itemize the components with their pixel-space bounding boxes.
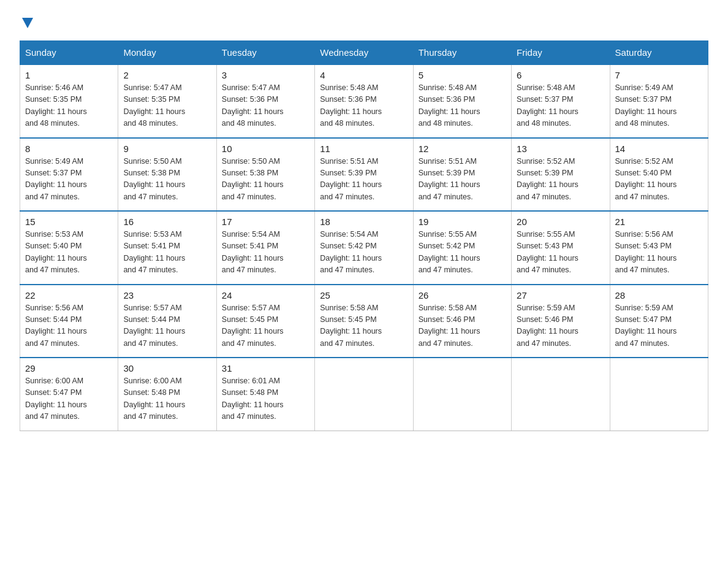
calendar-week-row: 8 Sunrise: 5:49 AM Sunset: 5:37 PM Dayli…	[20, 138, 708, 212]
day-info: Sunrise: 6:00 AM Sunset: 5:47 PM Dayligh…	[25, 375, 113, 423]
day-number: 7	[615, 70, 703, 80]
day-number: 14	[615, 144, 703, 154]
calendar-cell: 22 Sunrise: 5:56 AM Sunset: 5:44 PM Dayl…	[20, 285, 118, 358]
calendar-header-friday: Friday	[512, 41, 610, 65]
day-info: Sunrise: 5:59 AM Sunset: 5:47 PM Dayligh…	[615, 302, 703, 350]
day-info: Sunrise: 5:46 AM Sunset: 5:35 PM Dayligh…	[25, 82, 113, 130]
calendar-cell: 13 Sunrise: 5:52 AM Sunset: 5:39 PM Dayl…	[512, 138, 610, 212]
calendar-cell: 7 Sunrise: 5:49 AM Sunset: 5:37 PM Dayli…	[610, 64, 708, 138]
calendar-cell	[315, 358, 413, 431]
day-info: Sunrise: 5:47 AM Sunset: 5:35 PM Dayligh…	[123, 82, 211, 130]
logo-arrow-icon	[21, 16, 34, 29]
day-info: Sunrise: 5:48 AM Sunset: 5:36 PM Dayligh…	[320, 82, 408, 130]
day-number: 29	[25, 363, 113, 373]
day-info: Sunrise: 5:53 AM Sunset: 5:40 PM Dayligh…	[25, 229, 113, 277]
calendar-header-wednesday: Wednesday	[315, 41, 413, 65]
calendar-cell: 17 Sunrise: 5:54 AM Sunset: 5:41 PM Dayl…	[216, 211, 314, 285]
calendar-cell: 2 Sunrise: 5:47 AM Sunset: 5:35 PM Dayli…	[118, 64, 216, 138]
day-number: 21	[615, 216, 703, 227]
day-info: Sunrise: 5:56 AM Sunset: 5:43 PM Dayligh…	[615, 229, 703, 277]
calendar-cell: 24 Sunrise: 5:57 AM Sunset: 5:45 PM Dayl…	[216, 285, 314, 358]
calendar-cell: 25 Sunrise: 5:58 AM Sunset: 5:45 PM Dayl…	[315, 285, 413, 358]
day-number: 27	[517, 290, 604, 301]
day-info: Sunrise: 5:53 AM Sunset: 5:41 PM Dayligh…	[123, 229, 211, 277]
day-info: Sunrise: 5:55 AM Sunset: 5:43 PM Dayligh…	[517, 229, 604, 277]
calendar-cell: 8 Sunrise: 5:49 AM Sunset: 5:37 PM Dayli…	[20, 138, 118, 212]
day-info: Sunrise: 5:55 AM Sunset: 5:42 PM Dayligh…	[419, 229, 506, 277]
day-number: 3	[222, 70, 309, 80]
day-info: Sunrise: 5:50 AM Sunset: 5:38 PM Dayligh…	[222, 156, 309, 204]
day-info: Sunrise: 5:58 AM Sunset: 5:46 PM Dayligh…	[419, 302, 506, 350]
calendar-cell: 26 Sunrise: 5:58 AM Sunset: 5:46 PM Dayl…	[413, 285, 511, 358]
calendar-week-row: 29 Sunrise: 6:00 AM Sunset: 5:47 PM Dayl…	[20, 358, 708, 431]
calendar-cell	[512, 358, 610, 431]
calendar-header-tuesday: Tuesday	[216, 41, 314, 65]
day-number: 17	[222, 216, 309, 227]
calendar-cell: 30 Sunrise: 6:00 AM Sunset: 5:48 PM Dayl…	[118, 358, 216, 431]
calendar-cell: 3 Sunrise: 5:47 AM Sunset: 5:36 PM Dayli…	[216, 64, 314, 138]
day-info: Sunrise: 6:00 AM Sunset: 5:48 PM Dayligh…	[123, 375, 211, 423]
calendar-cell: 18 Sunrise: 5:54 AM Sunset: 5:42 PM Dayl…	[315, 211, 413, 285]
day-info: Sunrise: 5:48 AM Sunset: 5:36 PM Dayligh…	[419, 82, 506, 130]
day-number: 11	[320, 144, 408, 154]
day-info: Sunrise: 6:01 AM Sunset: 5:48 PM Dayligh…	[222, 375, 309, 423]
calendar-cell: 19 Sunrise: 5:55 AM Sunset: 5:42 PM Dayl…	[413, 211, 511, 285]
calendar-cell	[610, 358, 708, 431]
day-number: 26	[419, 290, 506, 301]
day-number: 20	[517, 216, 604, 227]
logo	[20, 15, 34, 28]
calendar-table: SundayMondayTuesdayWednesdayThursdayFrid…	[20, 40, 708, 431]
calendar-cell: 21 Sunrise: 5:56 AM Sunset: 5:43 PM Dayl…	[610, 211, 708, 285]
calendar-cell	[413, 358, 511, 431]
day-number: 22	[25, 290, 113, 301]
calendar-cell: 11 Sunrise: 5:51 AM Sunset: 5:39 PM Dayl…	[315, 138, 413, 212]
day-number: 25	[320, 290, 408, 301]
day-info: Sunrise: 5:58 AM Sunset: 5:45 PM Dayligh…	[320, 302, 408, 350]
calendar-cell: 5 Sunrise: 5:48 AM Sunset: 5:36 PM Dayli…	[413, 64, 511, 138]
day-info: Sunrise: 5:57 AM Sunset: 5:45 PM Dayligh…	[222, 302, 309, 350]
day-info: Sunrise: 5:54 AM Sunset: 5:42 PM Dayligh…	[320, 229, 408, 277]
day-number: 19	[419, 216, 506, 227]
calendar-cell: 12 Sunrise: 5:51 AM Sunset: 5:39 PM Dayl…	[413, 138, 511, 212]
day-info: Sunrise: 5:50 AM Sunset: 5:38 PM Dayligh…	[123, 156, 211, 204]
calendar-header-sunday: Sunday	[20, 41, 118, 65]
calendar-cell: 28 Sunrise: 5:59 AM Sunset: 5:47 PM Dayl…	[610, 285, 708, 358]
day-info: Sunrise: 5:48 AM Sunset: 5:37 PM Dayligh…	[517, 82, 604, 130]
day-number: 1	[25, 70, 113, 80]
day-number: 24	[222, 290, 309, 301]
day-info: Sunrise: 5:59 AM Sunset: 5:46 PM Dayligh…	[517, 302, 604, 350]
calendar-cell: 1 Sunrise: 5:46 AM Sunset: 5:35 PM Dayli…	[20, 64, 118, 138]
day-number: 28	[615, 290, 703, 301]
calendar-header-saturday: Saturday	[610, 41, 708, 65]
calendar-cell: 9 Sunrise: 5:50 AM Sunset: 5:38 PM Dayli…	[118, 138, 216, 212]
calendar-week-row: 1 Sunrise: 5:46 AM Sunset: 5:35 PM Dayli…	[20, 64, 708, 138]
calendar-header-thursday: Thursday	[413, 41, 511, 65]
day-info: Sunrise: 5:54 AM Sunset: 5:41 PM Dayligh…	[222, 229, 309, 277]
day-info: Sunrise: 5:51 AM Sunset: 5:39 PM Dayligh…	[419, 156, 506, 204]
day-number: 16	[123, 216, 211, 227]
day-number: 4	[320, 70, 408, 80]
calendar-cell: 14 Sunrise: 5:52 AM Sunset: 5:40 PM Dayl…	[610, 138, 708, 212]
calendar-week-row: 22 Sunrise: 5:56 AM Sunset: 5:44 PM Dayl…	[20, 285, 708, 358]
day-number: 15	[25, 216, 113, 227]
calendar-cell: 4 Sunrise: 5:48 AM Sunset: 5:36 PM Dayli…	[315, 64, 413, 138]
calendar-cell: 10 Sunrise: 5:50 AM Sunset: 5:38 PM Dayl…	[216, 138, 314, 212]
day-number: 5	[419, 70, 506, 80]
day-number: 8	[25, 144, 113, 154]
day-info: Sunrise: 5:57 AM Sunset: 5:44 PM Dayligh…	[123, 302, 211, 350]
day-number: 9	[123, 144, 211, 154]
calendar-cell: 6 Sunrise: 5:48 AM Sunset: 5:37 PM Dayli…	[512, 64, 610, 138]
day-info: Sunrise: 5:47 AM Sunset: 5:36 PM Dayligh…	[222, 82, 309, 130]
calendar-cell: 20 Sunrise: 5:55 AM Sunset: 5:43 PM Dayl…	[512, 211, 610, 285]
logo-icon	[20, 15, 34, 28]
day-number: 18	[320, 216, 408, 227]
calendar-cell: 16 Sunrise: 5:53 AM Sunset: 5:41 PM Dayl…	[118, 211, 216, 285]
calendar-cell: 23 Sunrise: 5:57 AM Sunset: 5:44 PM Dayl…	[118, 285, 216, 358]
day-info: Sunrise: 5:51 AM Sunset: 5:39 PM Dayligh…	[320, 156, 408, 204]
day-number: 13	[517, 144, 604, 154]
day-info: Sunrise: 5:56 AM Sunset: 5:44 PM Dayligh…	[25, 302, 113, 350]
day-info: Sunrise: 5:52 AM Sunset: 5:39 PM Dayligh…	[517, 156, 604, 204]
calendar-header-monday: Monday	[118, 41, 216, 65]
day-number: 23	[123, 290, 211, 301]
calendar-header-row: SundayMondayTuesdayWednesdayThursdayFrid…	[20, 41, 708, 65]
